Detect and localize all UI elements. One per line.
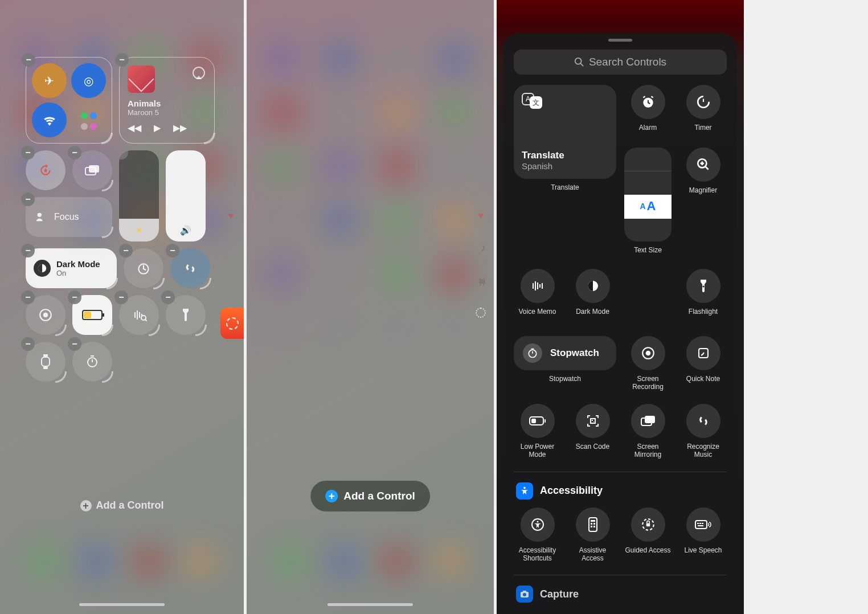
remove-icon[interactable]: − xyxy=(68,337,81,351)
svg-point-19 xyxy=(529,350,536,357)
resize-handle[interactable] xyxy=(200,278,211,289)
gallery-item-translate[interactable]: A文 Translate Spanish Translate xyxy=(514,85,616,202)
remove-icon[interactable]: − xyxy=(115,53,129,67)
rewind-icon[interactable]: ◀◀ xyxy=(128,122,141,133)
accessibility-section-icon xyxy=(516,482,533,500)
rotation-lock-tile[interactable]: − xyxy=(26,150,65,190)
svg-rect-42 xyxy=(695,521,707,529)
remove-icon[interactable]: − xyxy=(68,290,81,304)
svg-rect-37 xyxy=(593,523,595,525)
shazam-tile[interactable]: − xyxy=(170,248,210,288)
airdrop-icon[interactable]: ◎ xyxy=(71,63,106,98)
gallery-item-flashlight[interactable]: Flashlight xyxy=(679,269,727,324)
volume-slider[interactable]: − 🔊 xyxy=(166,150,206,241)
svg-rect-11 xyxy=(43,367,48,369)
remove-icon[interactable]: − xyxy=(114,290,128,304)
remove-icon[interactable]: − xyxy=(68,146,81,159)
remove-icon[interactable]: − xyxy=(161,290,175,304)
gallery-item-screen-mirroring[interactable]: Screen Mirroring xyxy=(624,404,672,459)
guided-access-icon xyxy=(631,507,665,542)
gallery-item-recognize-music[interactable]: Recognize Music xyxy=(679,404,727,459)
page-indicator-button[interactable] xyxy=(220,308,244,339)
timer-tile[interactable]: − xyxy=(124,248,163,288)
stopwatch-tile[interactable]: − xyxy=(72,342,112,382)
sound-recognition-tile[interactable]: − xyxy=(119,295,159,335)
gallery-item-timer[interactable]: Timer xyxy=(679,85,727,140)
dark-mode-icon xyxy=(34,260,51,277)
gallery-item-low-power[interactable]: Low Power Mode xyxy=(514,404,561,459)
gallery-item-magnifier[interactable]: Magnifier xyxy=(679,148,727,202)
airplane-icon[interactable]: ✈ xyxy=(32,63,67,98)
remove-icon[interactable]: − xyxy=(21,193,35,206)
add-control-button[interactable]: + Add a Control xyxy=(310,481,430,511)
resize-handle[interactable] xyxy=(149,325,160,336)
focus-label: Focus xyxy=(54,212,79,222)
svg-rect-0 xyxy=(44,169,47,172)
resize-handle[interactable] xyxy=(107,278,118,289)
focus-tile[interactable]: − Focus xyxy=(26,197,112,237)
svg-rect-25 xyxy=(531,419,536,423)
remove-icon[interactable]: − xyxy=(21,337,35,351)
gallery-item-alarm[interactable]: Alarm xyxy=(624,85,672,140)
svg-rect-39 xyxy=(593,526,595,527)
cellular-icon[interactable] xyxy=(81,112,97,119)
gallery-item-guided-access[interactable]: Guided Access xyxy=(624,507,672,563)
resize-handle[interactable] xyxy=(102,227,113,238)
screen-recording-tile[interactable]: − xyxy=(26,295,65,335)
gallery-item-assistive-access[interactable]: Assistive Access xyxy=(569,507,616,563)
resize-handle[interactable] xyxy=(101,133,113,144)
low-power-tile[interactable]: − xyxy=(72,295,112,335)
resize-handle[interactable] xyxy=(102,180,113,191)
resize-handle[interactable] xyxy=(153,278,165,289)
apple-watch-tile[interactable]: − xyxy=(26,342,65,382)
svg-rect-2 xyxy=(89,165,99,173)
resize-handle[interactable] xyxy=(102,325,113,336)
gallery-item-scan-code[interactable]: Scan Code xyxy=(569,404,616,459)
resize-handle[interactable] xyxy=(55,325,67,336)
sheet-grabber[interactable] xyxy=(608,39,632,42)
gallery-item-text-size[interactable]: AA Text Size xyxy=(624,148,672,262)
scan-code-icon xyxy=(576,404,610,438)
resize-handle[interactable] xyxy=(102,371,113,383)
plus-icon: + xyxy=(325,490,338,502)
resize-handle[interactable] xyxy=(195,325,207,336)
gallery-item-quick-note[interactable]: Quick Note xyxy=(679,336,727,391)
gallery-item-screen-recording[interactable]: Screen Recording xyxy=(624,336,672,391)
airplay-icon[interactable] xyxy=(193,67,205,79)
home-indicator[interactable] xyxy=(327,603,413,606)
resize-handle[interactable] xyxy=(204,133,215,144)
gallery-item-acc-shortcuts[interactable]: Accessibility Shortcuts xyxy=(514,507,561,563)
section-capture: Capture xyxy=(503,586,737,611)
stopwatch-icon xyxy=(523,343,542,363)
forward-icon[interactable]: ▶▶ xyxy=(173,122,187,133)
gallery-item-voice-memo[interactable]: Voice Memo xyxy=(514,269,561,324)
flashlight-tile[interactable]: − xyxy=(166,295,206,335)
play-icon[interactable]: ▶ xyxy=(154,122,161,133)
alarm-icon xyxy=(631,85,665,119)
resize-handle[interactable] xyxy=(55,371,67,383)
gallery-item-live-speech[interactable]: Live Speech xyxy=(679,507,727,563)
connectivity-tile[interactable]: − ✈ ◎ xyxy=(26,57,112,144)
brightness-slider[interactable]: − ☀ xyxy=(119,150,159,241)
remove-icon[interactable]: − xyxy=(22,53,35,67)
remove-icon[interactable]: − xyxy=(21,290,35,304)
wifi-icon[interactable] xyxy=(32,103,67,137)
screen-mirroring-tile[interactable]: − xyxy=(72,150,112,190)
dark-mode-tile[interactable]: − Dark Mode On xyxy=(26,248,117,288)
track-title: Animals xyxy=(128,99,206,108)
add-control-button[interactable]: +Add a Control xyxy=(0,500,244,511)
background xyxy=(247,0,494,614)
gallery-item-dark-mode[interactable]: Dark Mode xyxy=(569,269,616,324)
home-indicator[interactable] xyxy=(79,603,165,606)
remove-icon[interactable]: − xyxy=(166,244,179,257)
remove-icon[interactable]: − xyxy=(119,244,133,257)
gallery-item-stopwatch[interactable]: Stopwatch Stopwatch xyxy=(514,336,616,391)
music-icon: ♪ xyxy=(481,242,486,254)
remove-icon[interactable]: − xyxy=(119,150,128,159)
remove-icon[interactable]: − xyxy=(21,146,35,159)
focus-icon xyxy=(35,211,47,223)
svg-rect-28 xyxy=(593,421,594,422)
now-playing-tile[interactable]: − Animals Maroon 5 ◀◀ ▶ ▶▶ xyxy=(119,57,215,144)
remove-icon[interactable]: − xyxy=(21,244,35,257)
search-input[interactable]: Search Controls xyxy=(514,50,727,75)
